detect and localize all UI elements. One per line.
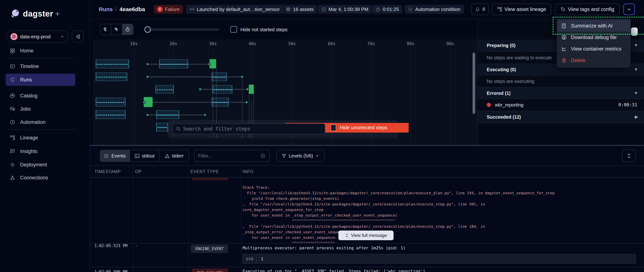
sidebar-item-jobs[interactable]: Jobs xyxy=(6,103,75,115)
sensor-icon xyxy=(189,7,194,12)
step-search-placeholder: Search and filter steps xyxy=(183,126,250,132)
assets-tag[interactable]: 16 assets xyxy=(282,5,317,14)
status-badge-label: Failure xyxy=(165,6,180,12)
sidebar-item-home[interactable]: Home xyxy=(6,45,75,57)
queued-step-box[interactable] xyxy=(156,123,168,132)
queued-step-box[interactable] xyxy=(212,73,226,81)
breadcrumb-runs-link[interactable]: Runs xyxy=(99,6,113,12)
sidebar-item-label: Home xyxy=(20,48,34,54)
step-marker xyxy=(208,63,211,66)
queued-step-box[interactable] xyxy=(96,110,126,119)
sidebar-item-timeline[interactable]: Timeline xyxy=(6,60,75,73)
sidebar-item-insights[interactable]: Insights xyxy=(6,145,75,157)
expand-log-panel-button[interactable] xyxy=(622,149,636,162)
gantt-waterfall-view-button[interactable] xyxy=(111,24,122,35)
sidebar-item-deployment[interactable]: Deployment xyxy=(6,159,75,171)
row-divider xyxy=(90,267,644,267)
chevron-down-icon[interactable]: ▼ xyxy=(634,43,638,48)
clipped-event-badge xyxy=(192,178,228,180)
queued-step-box[interactable] xyxy=(96,73,127,81)
launched-by-label: Launched by default_aut…tion_sensor xyxy=(197,6,280,12)
slider-thumb[interactable] xyxy=(144,26,151,33)
tab-stdout[interactable]: stdout xyxy=(130,150,160,161)
column-separator xyxy=(241,165,241,272)
sidebar-divider xyxy=(6,130,75,130)
gantt-flat-view-button[interactable] xyxy=(100,24,111,35)
hide-unselected-checkbox[interactable] xyxy=(330,124,336,131)
row-label: Succeeded (12) xyxy=(487,114,521,120)
workspace-switcher[interactable]: D data-eng-prod xyxy=(6,30,68,43)
tab-events[interactable]: Events xyxy=(100,150,130,161)
step-marker xyxy=(146,113,149,116)
col-op: OP xyxy=(135,169,142,174)
chevron-down-icon[interactable]: ▼ xyxy=(634,67,638,72)
hide-not-started-checkbox[interactable] xyxy=(230,26,237,33)
view-full-message-button[interactable]: View full message xyxy=(338,231,394,240)
tab-stderr[interactable]: stderr xyxy=(159,150,188,161)
sidebar-item-label: Lineage xyxy=(20,135,38,141)
expand-message-icon xyxy=(345,233,349,238)
run-actions-menu-button[interactable] xyxy=(623,3,635,15)
succeeded-step-bar[interactable] xyxy=(249,85,254,94)
event-op: - xyxy=(135,270,138,272)
queued-step-box[interactable] xyxy=(212,98,228,107)
dagster-logo: dagster + xyxy=(10,8,60,19)
queued-step-box[interactable] xyxy=(96,98,126,107)
queued-step-box[interactable] xyxy=(212,85,232,94)
breadcrumb: Runs/4eae6dba xyxy=(99,6,145,12)
menu-item-download-debug-file[interactable]: Download debug file xyxy=(557,32,630,43)
clock-icon xyxy=(321,7,326,12)
warning-icon xyxy=(164,153,170,158)
step-marker xyxy=(146,75,149,78)
step-search-input[interactable]: Search and filter steps xyxy=(172,124,325,134)
chevron-down-icon[interactable]: ▼ xyxy=(634,91,638,96)
gantt-vertical-scrollbar[interactable] xyxy=(472,53,475,114)
levels-label: Levels (5/6) xyxy=(289,153,313,159)
collapse-sidebar-button[interactable] xyxy=(72,30,84,43)
step-row[interactable]: wbr_reporting0:00:31 xyxy=(478,99,644,111)
gridline xyxy=(411,46,411,145)
levels-dropdown[interactable]: Levels (5/6) xyxy=(276,150,324,162)
axis-tick-label: 90s xyxy=(446,41,454,46)
sidebar-item-connections[interactable]: Connections xyxy=(6,172,75,184)
queued-step-box[interactable] xyxy=(156,85,174,94)
view-tags-config-button[interactable]: View tags and config xyxy=(555,3,620,15)
automation-condition-tag[interactable]: Automation condition xyxy=(404,5,464,14)
runs-icon xyxy=(10,77,15,83)
funnel-icon xyxy=(282,153,286,158)
steps-section-header[interactable]: Succeeded (12)▶ xyxy=(478,111,644,123)
events-panel: Eventsstdoutstderr Filter... Levels (5/6… xyxy=(90,146,644,272)
gantt-zoom-slider[interactable] xyxy=(144,28,220,31)
axis-tick-label: 80s xyxy=(407,41,414,46)
event-op: - xyxy=(135,244,138,248)
row-label: Executing (0) xyxy=(487,67,516,72)
gantt-timed-view-button[interactable] xyxy=(122,24,133,35)
stack-trace: Stack Trace: File "/usr/local/lib/python… xyxy=(242,185,554,246)
waterfall-icon xyxy=(114,27,120,32)
view-asset-lineage-button[interactable]: View asset lineage xyxy=(492,3,552,15)
gridline xyxy=(450,46,450,145)
menu-item-summarize-with-ai[interactable]: Summarize with AI xyxy=(557,20,630,32)
sidebar-item-automation[interactable]: Automation xyxy=(6,116,75,128)
axis-tick-label: 70s xyxy=(367,41,375,46)
menu-item-view-container-metrics[interactable]: View container metrics xyxy=(557,43,630,55)
axis-tick-label: 40s xyxy=(248,41,256,46)
queued-step-box[interactable] xyxy=(96,59,129,68)
notifications-button[interactable]: 0 xyxy=(471,3,489,15)
log-filter-input[interactable]: Filter... xyxy=(194,150,270,162)
steps-section-header[interactable]: Errored (1)▼ xyxy=(478,88,644,99)
menu-item-delete[interactable]: Delete xyxy=(557,55,630,66)
queued-step-box[interactable] xyxy=(159,59,188,68)
chevron-right-icon[interactable]: ▶ xyxy=(635,115,638,119)
sidebar-item-label: Jobs xyxy=(20,106,31,112)
queued-step-box[interactable] xyxy=(156,110,179,119)
sidebar-item-lineage[interactable]: Lineage xyxy=(6,132,75,144)
event-info: Execution of run for "__ASSET_JOB" faile… xyxy=(242,269,428,272)
launched-by-tag[interactable]: Launched by default_aut…tion_sensor xyxy=(186,5,283,14)
sidebar-item-runs[interactable]: Runs xyxy=(6,74,75,86)
gantt-chart: 10s20s30s40s50s60s70s80s90s Search and f… xyxy=(92,39,477,145)
clear-filter-icon[interactable] xyxy=(260,153,266,159)
sidebar-item-catalog[interactable]: Catalog xyxy=(6,90,75,102)
sidebar-item-label: Timeline xyxy=(20,64,39,69)
event-metadata-table: pid 1 xyxy=(242,254,636,264)
